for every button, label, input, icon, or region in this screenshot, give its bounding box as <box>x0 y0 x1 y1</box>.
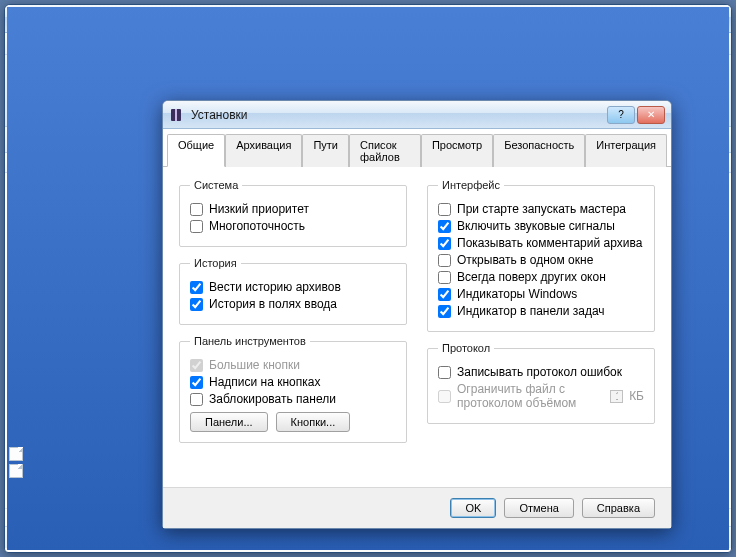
exe-icon <box>9 430 23 444</box>
legend-system: Система <box>190 179 242 191</box>
checkbox-row[interactable]: При старте запускать мастера <box>438 202 644 216</box>
file-icon <box>9 464 23 478</box>
checkbox[interactable] <box>438 271 451 284</box>
limit-unit: КБ <box>629 389 644 403</box>
tab-3[interactable]: Список файлов <box>349 134 421 167</box>
buttons-button[interactable]: Кнопки... <box>276 412 351 432</box>
checkbox-row[interactable]: Открывать в одном окне <box>438 253 644 267</box>
checkbox <box>190 359 203 372</box>
checkbox[interactable] <box>438 288 451 301</box>
group-history: История Вести историю архивовИстория в п… <box>179 257 407 325</box>
checkbox-row[interactable]: Включить звуковые сигналы <box>438 219 644 233</box>
checkbox-label: Низкий приоритет <box>209 202 309 216</box>
checkbox-row[interactable]: Показывать комментарий архива <box>438 236 644 250</box>
checkbox-label: Большие кнопки <box>209 358 300 372</box>
limit-label: Ограничить файл с протоколом объёмом <box>457 382 604 410</box>
checkbox-label: Открывать в одном окне <box>457 253 593 267</box>
checkbox-label: История в полях ввода <box>209 297 337 311</box>
svg-rect-6 <box>175 109 177 121</box>
tab-general: Система Низкий приоритетМногопоточность … <box>163 167 671 487</box>
checkbox[interactable] <box>190 203 203 216</box>
tab-2[interactable]: Пути <box>302 134 349 167</box>
checkbox-label: При старте запускать мастера <box>457 202 626 216</box>
legend-interface: Интерфейс <box>438 179 504 191</box>
tab-1[interactable]: Архивация <box>225 134 302 167</box>
legend-panel: Панель инструментов <box>190 335 310 347</box>
checkbox[interactable] <box>438 305 451 318</box>
checkbox[interactable] <box>190 376 203 389</box>
checkbox-label: Записывать протокол ошибок <box>457 365 622 379</box>
legend-history: История <box>190 257 241 269</box>
checkbox-row[interactable]: Вести историю архивов <box>190 280 396 294</box>
checkbox-row: Большие кнопки <box>190 358 396 372</box>
checkbox-label: Заблокировать панели <box>209 392 336 406</box>
limit-checkbox <box>438 390 451 403</box>
checkbox[interactable] <box>190 281 203 294</box>
limit-value <box>610 390 623 403</box>
checkbox-row[interactable]: Записывать протокол ошибок <box>438 365 644 379</box>
tab-5[interactable]: Безопасность <box>493 134 585 167</box>
limit-row: Ограничить файл с протоколом объёмом КБ <box>438 382 644 410</box>
checkbox-label: Индикатор в панели задач <box>457 304 605 318</box>
group-interface: Интерфейс При старте запускать мастераВк… <box>427 179 655 332</box>
checkbox-label: Включить звуковые сигналы <box>457 219 615 233</box>
checkbox-label: Надписи на кнопках <box>209 375 320 389</box>
settings-dialog: Установки ? ✕ ОбщиеАрхивацияПутиСписок ф… <box>162 100 672 529</box>
checkbox-row[interactable]: Всегда поверх других окон <box>438 270 644 284</box>
checkbox-label: Индикаторы Windows <box>457 287 577 301</box>
cancel-button[interactable]: Отмена <box>504 498 573 518</box>
tab-bar: ОбщиеАрхивацияПутиСписок файловПросмотрБ… <box>163 129 671 167</box>
checkbox[interactable] <box>190 393 203 406</box>
checkbox[interactable] <box>438 203 451 216</box>
checkbox-row[interactable]: Индикатор в панели задач <box>438 304 644 318</box>
checkbox[interactable] <box>438 220 451 233</box>
tab-6[interactable]: Интеграция <box>585 134 667 167</box>
checkbox-row[interactable]: Заблокировать панели <box>190 392 396 406</box>
checkbox[interactable] <box>438 254 451 267</box>
ok-button[interactable]: OK <box>450 498 496 518</box>
checkbox-label: Показывать комментарий архива <box>457 236 642 250</box>
legend-protocol: Протокол <box>438 342 494 354</box>
dialog-icon <box>169 107 185 123</box>
file-icon <box>9 447 23 461</box>
checkbox-label: Многопоточность <box>209 219 305 233</box>
checkbox-label: Всегда поверх других окон <box>457 270 606 284</box>
checkbox-row[interactable]: Надписи на кнопках <box>190 375 396 389</box>
help-button[interactable]: Справка <box>582 498 655 518</box>
checkbox-row[interactable]: Индикаторы Windows <box>438 287 644 301</box>
checkbox[interactable] <box>190 220 203 233</box>
panels-button[interactable]: Панели... <box>190 412 268 432</box>
dialog-help-button[interactable]: ? <box>607 106 635 124</box>
group-system: Система Низкий приоритетМногопоточность <box>179 179 407 247</box>
checkbox-row[interactable]: История в полях ввода <box>190 297 396 311</box>
group-panel: Панель инструментов Большие кнопкиНадпис… <box>179 335 407 443</box>
tab-0[interactable]: Общие <box>167 134 225 167</box>
checkbox[interactable] <box>438 237 451 250</box>
dialog-title: Установки <box>191 108 607 122</box>
checkbox-row[interactable]: Низкий приоритет <box>190 202 396 216</box>
tab-4[interactable]: Просмотр <box>421 134 493 167</box>
dialog-titlebar[interactable]: Установки ? ✕ <box>163 101 671 129</box>
checkbox[interactable] <box>190 298 203 311</box>
checkbox[interactable] <box>438 366 451 379</box>
checkbox-row[interactable]: Многопоточность <box>190 219 396 233</box>
checkbox-label: Вести историю архивов <box>209 280 341 294</box>
dialog-buttons: OK Отмена Справка <box>163 487 671 528</box>
dialog-close-button[interactable]: ✕ <box>637 106 665 124</box>
group-protocol: Протокол Записывать протокол ошибок Огра… <box>427 342 655 424</box>
